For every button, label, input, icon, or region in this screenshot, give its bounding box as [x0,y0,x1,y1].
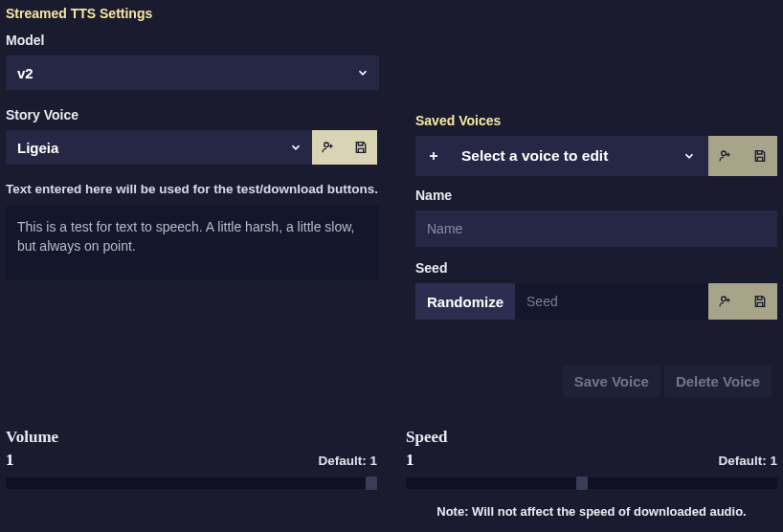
volume-slider[interactable] [6,477,377,489]
chevron-down-icon[interactable] [670,136,708,176]
svg-point-4 [722,297,727,301]
speed-thumb[interactable] [576,477,588,490]
story-voice-value: Ligeia [6,130,280,165]
name-label: Name [415,188,777,203]
test-text-input[interactable] [6,206,379,280]
test-text-help: Text entered here will be used for the t… [6,182,379,196]
voice-person-icon[interactable] [708,136,743,176]
speed-label: Speed [406,428,777,447]
save-voice-button[interactable]: Save Voice [563,366,660,397]
model-select[interactable]: v2 [6,55,379,90]
saved-voice-placeholder: Select a voice to edit [452,136,670,176]
voice-person-icon[interactable] [312,130,345,165]
plus-icon[interactable] [415,136,452,176]
speed-value: 1 [406,451,414,470]
svg-point-0 [324,143,329,147]
volume-value: 1 [6,451,14,470]
volume-default: Default: 1 [318,454,377,468]
svg-point-3 [722,151,727,156]
speed-slider[interactable] [406,477,777,489]
delete-voice-button[interactable]: Delete Voice [664,366,772,397]
save-icon[interactable] [345,130,377,165]
page-title: Streamed TTS Settings [6,6,777,21]
seed-label: Seed [415,260,777,276]
speed-note: Note: Will not affect the speed of downl… [406,504,777,519]
story-voice-label: Story Voice [6,107,379,122]
chevron-down-icon[interactable] [347,55,379,90]
saved-voice-select[interactable]: Select a voice to edit [415,136,708,176]
chevron-down-icon[interactable] [280,130,312,165]
saved-voices-label: Saved Voices [415,113,777,128]
model-value: v2 [6,55,347,90]
volume-label: Volume [6,428,377,447]
volume-thumb[interactable] [366,477,377,490]
voice-name-input[interactable] [415,211,777,247]
seed-input[interactable] [515,283,708,320]
randomize-button[interactable]: Randomize [415,283,515,320]
voice-person-icon[interactable] [708,283,743,320]
story-voice-select[interactable]: Ligeia [6,130,312,165]
save-icon[interactable] [743,136,777,176]
speed-default: Default: 1 [718,454,777,468]
model-label: Model [6,33,379,48]
save-icon[interactable] [743,283,777,320]
